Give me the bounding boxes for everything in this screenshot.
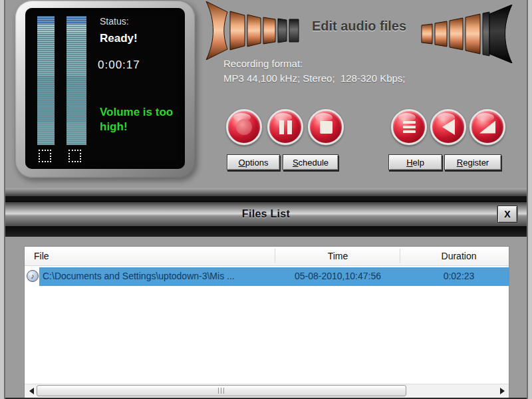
- volume-ramp-icon: [479, 121, 495, 134]
- files-list-titlebar[interactable]: Files List X: [0, 201, 532, 227]
- record-icon: [236, 119, 252, 135]
- right-arrow-icon: [500, 388, 505, 394]
- file-time-cell: 05-08-2010,10:47:56: [285, 271, 391, 281]
- file-path-cell: C:\Documents and Settings\uptodown-3\Mis…: [43, 271, 235, 281]
- pause-icon: [279, 120, 292, 134]
- thumb-grip-icon: [218, 388, 225, 394]
- elapsed-time: 0:00:17: [98, 59, 140, 72]
- titlebar-shadow: [0, 227, 532, 237]
- scrollbar-thumb[interactable]: [37, 385, 406, 396]
- tagline: Edit audio files: [296, 19, 422, 34]
- app-root: Status: Ready! 0:00:17 Volume is too hig…: [0, 0, 532, 399]
- record-button[interactable]: [226, 109, 262, 145]
- scroll-left-button[interactable]: [26, 386, 37, 396]
- recorder-main-window: Status: Ready! 0:00:17 Volume is too hig…: [0, 0, 532, 196]
- window-frame-right: [527, 0, 532, 399]
- sound-button[interactable]: [430, 109, 466, 145]
- audio-file-icon: ♪: [27, 270, 39, 282]
- menu-icon: [403, 121, 416, 133]
- status-value: Ready!: [100, 32, 138, 45]
- close-button[interactable]: X: [497, 205, 517, 223]
- help-button[interactable]: Help: [388, 154, 442, 170]
- volume-button[interactable]: [469, 109, 505, 145]
- horizontal-scrollbar[interactable]: [25, 384, 509, 398]
- window-divider: [0, 196, 532, 201]
- files-list-window: File Time Duration ♪ C:\Documents and Se…: [0, 237, 532, 399]
- left-arrow-icon: [29, 388, 34, 394]
- recording-format-label: Recording format:: [223, 58, 303, 69]
- vu-meter-left: [37, 16, 55, 145]
- horn-left-icon: [205, 1, 299, 60]
- file-row[interactable]: ♪ C:\Documents and Settings\uptodown-3\M…: [25, 267, 509, 286]
- column-divider: [400, 249, 400, 263]
- pause-button[interactable]: [267, 109, 303, 145]
- vu-meter-right: [66, 16, 86, 145]
- status-label: Status:: [100, 16, 129, 27]
- scroll-right-button[interactable]: [497, 386, 507, 396]
- volume-warning: Volume is too high!: [100, 105, 178, 134]
- column-header-time[interactable]: Time: [285, 251, 391, 261]
- file-duration-cell: 0:02:23: [406, 271, 512, 281]
- files-list-box: File Time Duration ♪ C:\Documents and Se…: [24, 246, 509, 398]
- column-header-file[interactable]: File: [34, 251, 49, 261]
- column-header-duration[interactable]: Duration: [406, 251, 512, 261]
- register-button[interactable]: Register: [444, 154, 501, 170]
- horn-right-icon: [420, 5, 513, 63]
- peak-indicator-left-icon: [39, 150, 51, 162]
- stop-button[interactable]: [308, 109, 344, 145]
- window-frame-left: [0, 0, 5, 399]
- options-button[interactable]: Options: [227, 154, 280, 170]
- schedule-button[interactable]: Schedule: [283, 154, 338, 170]
- menu-button[interactable]: [391, 109, 427, 145]
- files-list-title: Files List: [0, 208, 532, 220]
- display-screen: Status: Ready! 0:00:17 Volume is too hig…: [25, 8, 185, 169]
- stop-icon: [320, 121, 332, 134]
- window-bottom-bevel: [0, 188, 532, 196]
- level-display-device: Status: Ready! 0:00:17 Volume is too hig…: [15, 0, 196, 178]
- recording-format-value: MP3 44,100 kHz; Stereo; 128-320 Kbps;: [223, 72, 406, 84]
- list-header: File Time Duration: [25, 247, 509, 266]
- column-divider: [275, 249, 275, 263]
- speaker-icon: [442, 119, 455, 135]
- peak-indicator-right-icon: [68, 150, 81, 162]
